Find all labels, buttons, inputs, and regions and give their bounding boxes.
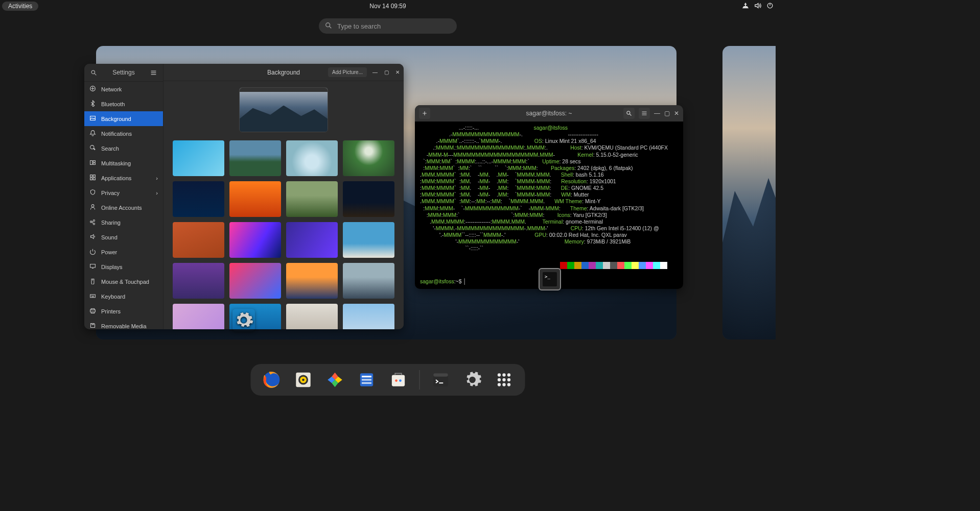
svg-rect-17: [433, 373, 448, 376]
terminal-window: sagar@itsfoss: ~ — ▢ ✕ ...-:::::-... sag…: [415, 105, 683, 289]
sidebar-item-network[interactable]: Network: [84, 82, 163, 96]
svg-point-24: [498, 383, 501, 386]
sidebar-item-label: Multitasking: [101, 160, 131, 166]
search-icon[interactable]: [88, 69, 99, 76]
svg-point-23: [507, 378, 510, 381]
wallpaper-option-13[interactable]: [229, 263, 281, 299]
wallpaper-option-9[interactable]: [229, 222, 281, 258]
sidebar-item-keyboard[interactable]: Keyboard: [84, 289, 163, 304]
close-button[interactable]: ✕: [674, 110, 679, 117]
sidebar-item-displays[interactable]: Displays: [84, 259, 163, 274]
sidebar-item-applications[interactable]: Applications›: [84, 171, 163, 185]
sidebar-item-bluetooth[interactable]: Bluetooth: [84, 96, 163, 111]
sidebar-item-label: Printers: [101, 308, 121, 314]
dash: [251, 364, 525, 396]
minimize-button[interactable]: —: [654, 110, 660, 117]
wallpaper-option-18[interactable]: [286, 304, 338, 329]
window-thumb-terminal[interactable]: >_: [539, 268, 561, 290]
dock-terminal[interactable]: [430, 369, 452, 391]
sidebar-item-search[interactable]: Search: [84, 141, 163, 156]
sidebar-item-label: Online Accounts: [101, 205, 142, 211]
window-thumb-settings[interactable]: [232, 309, 255, 331]
wallpaper-option-7[interactable]: [343, 181, 394, 217]
sound-icon: [89, 233, 96, 241]
activities-button[interactable]: Activities: [2, 2, 38, 11]
sidebar-item-notifications[interactable]: Notifications: [84, 126, 163, 141]
system-status-area[interactable]: [742, 2, 774, 11]
terminal-output[interactable]: ...-:::::-... sagar@itsfoss .-MMMMMMMMMM…: [415, 121, 683, 289]
sidebar-item-multitasking[interactable]: Multitasking: [84, 156, 163, 171]
network-icon: [89, 85, 96, 93]
close-button[interactable]: ✕: [394, 69, 401, 76]
sidebar-item-label: Notifications: [101, 131, 132, 137]
dock-rhythmbox[interactable]: [293, 369, 314, 391]
sidebar-item-sharing[interactable]: Sharing: [84, 215, 163, 230]
svg-rect-13: [392, 375, 405, 386]
sidebar-item-label: Keyboard: [101, 294, 125, 300]
sidebar-item-removable-media[interactable]: Removable Media: [84, 319, 163, 329]
search-icon: [325, 22, 332, 31]
workspace-2[interactable]: [722, 46, 776, 339]
wallpaper-option-10[interactable]: [286, 222, 338, 258]
sidebar-item-background[interactable]: Background: [84, 111, 163, 126]
terminal-title: sagar@itsfoss: ~: [526, 110, 572, 117]
svg-point-26: [507, 383, 510, 386]
dock-settings[interactable]: [462, 369, 483, 391]
search-icon[interactable]: [623, 108, 635, 119]
power-icon[interactable]: [766, 2, 774, 11]
svg-rect-10: [362, 376, 371, 377]
sidebar-item-label: Displays: [101, 264, 123, 270]
wallpaper-option-4[interactable]: [173, 181, 224, 217]
sidebar-item-printers[interactable]: Printers: [84, 304, 163, 319]
volume-icon[interactable]: [754, 2, 761, 11]
dock-files[interactable]: [356, 369, 378, 391]
background-icon: [89, 115, 96, 123]
svg-point-14: [395, 379, 398, 382]
wallpaper-option-3[interactable]: [343, 140, 394, 176]
wallpaper-option-16[interactable]: [173, 304, 224, 329]
hamburger-icon[interactable]: [149, 69, 159, 76]
svg-point-19: [502, 373, 505, 376]
wallpaper-option-19[interactable]: [343, 304, 394, 329]
sidebar-item-online-accounts[interactable]: Online Accounts: [84, 200, 163, 215]
online-accounts-icon: [89, 204, 96, 211]
sidebar-item-mouse-touchpad[interactable]: Mouse & Touchpad: [84, 274, 163, 289]
wallpaper-option-2[interactable]: [286, 140, 338, 176]
maximize-button[interactable]: ▢: [383, 69, 389, 76]
sidebar-item-sound[interactable]: Sound: [84, 230, 163, 245]
sidebar-item-power[interactable]: Power: [84, 245, 163, 259]
multitasking-icon: [89, 159, 96, 167]
wallpaper-option-11[interactable]: [343, 222, 394, 258]
sharing-icon: [89, 218, 96, 226]
wallpaper-option-8[interactable]: [173, 222, 224, 258]
wallpaper-option-14[interactable]: [286, 263, 338, 299]
maximize-button[interactable]: ▢: [664, 110, 670, 117]
power-icon: [89, 248, 96, 256]
removable-media-icon: [89, 322, 96, 329]
dock-photos[interactable]: [324, 369, 346, 391]
hamburger-icon[interactable]: [639, 108, 650, 119]
svg-point-25: [502, 383, 505, 386]
wallpaper-option-6[interactable]: [286, 181, 338, 217]
sidebar-item-privacy[interactable]: Privacy›: [84, 185, 163, 200]
dock-show-apps[interactable]: [494, 369, 515, 391]
wallpaper-option-1[interactable]: [229, 140, 281, 176]
current-wallpaper-preview: [239, 87, 328, 132]
wallpaper-option-5[interactable]: [229, 181, 281, 217]
page-title: Background: [267, 69, 300, 76]
clock[interactable]: Nov 14 09:59: [369, 3, 406, 10]
new-tab-button[interactable]: [419, 108, 430, 119]
sidebar-item-label: Mouse & Touchpad: [101, 279, 149, 285]
wallpaper-option-15[interactable]: [343, 263, 394, 299]
top-bar: Activities Nov 14 09:59: [0, 0, 776, 12]
overview-search[interactable]: Type to search: [319, 18, 457, 34]
network-icon[interactable]: [742, 2, 749, 11]
settings-titlebar: Background Add Picture... — ▢ ✕: [164, 64, 404, 81]
wallpaper-option-0[interactable]: [173, 140, 224, 176]
add-picture-button[interactable]: Add Picture...: [328, 67, 367, 77]
dock-firefox[interactable]: [261, 369, 283, 391]
dock-software[interactable]: [388, 369, 409, 391]
settings-window: Settings NetworkBluetoothBackgroundNotif…: [84, 64, 404, 329]
minimize-button[interactable]: —: [372, 69, 378, 76]
wallpaper-option-12[interactable]: [173, 263, 224, 299]
